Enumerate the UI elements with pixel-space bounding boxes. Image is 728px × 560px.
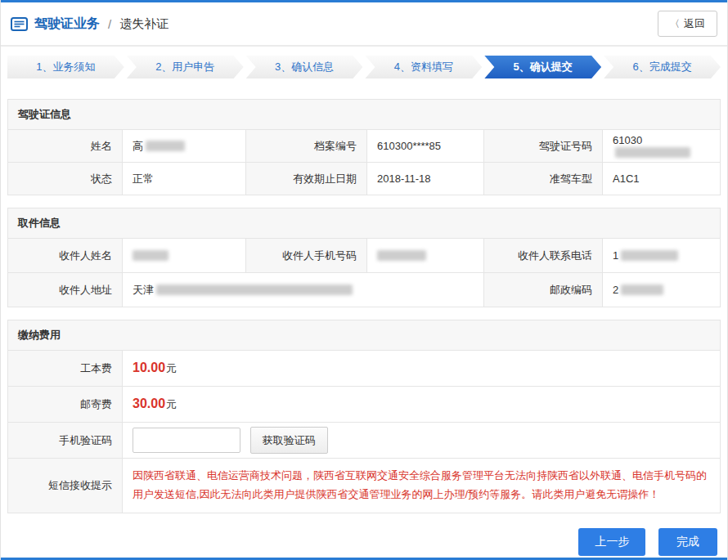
recipient-phone-label: 收件人联系电话 xyxy=(484,239,603,273)
recipient-name-label: 收件人姓名 xyxy=(8,239,123,273)
license-number-label: 驾驶证号码 xyxy=(484,130,603,163)
redacted-text xyxy=(621,250,678,261)
step-3-confirm-info[interactable]: 3、确认信息 xyxy=(246,56,363,78)
sms-notice-cell: 因陕西省联通、电信运营商技术问题，陕西省互联网交通安全综合服务管理平台无法向持陕… xyxy=(123,459,721,513)
redacted-text xyxy=(615,147,690,158)
page-subtitle: 遗失补证 xyxy=(119,16,169,32)
name-label: 姓名 xyxy=(8,130,123,163)
recipient-phone-value: 1 xyxy=(603,239,721,273)
step-4-fill-in-data[interactable]: 4、资料填写 xyxy=(365,56,482,78)
fees-section: 缴纳费用 工本费 10.00元 邮寄费 30.00元 手机验证码 xyxy=(7,320,721,513)
step-1-business-notice[interactable]: 1、业务须知 xyxy=(7,56,124,78)
recipient-name-value xyxy=(123,239,246,273)
page: 驾驶证业务 / 遗失补证 〈 返回 1、业务须知 2、用户申告 3、确认信息 4… xyxy=(0,0,728,560)
postal-code-label: 邮政编码 xyxy=(484,273,603,307)
production-fee-label: 工本费 xyxy=(8,351,123,387)
title-wrap: 驾驶证业务 / 遗失补证 xyxy=(11,16,169,33)
table-row: 姓名 高 档案编号 610300****85 驾驶证号码 61030 xyxy=(8,130,721,163)
recipient-address-value: 天津 xyxy=(123,273,484,307)
table-row: 工本费 10.00元 xyxy=(8,351,721,387)
expiry-date-value: 2018-11-18 xyxy=(367,163,484,195)
expiry-date-label: 有效期止日期 xyxy=(246,163,367,195)
prev-step-button[interactable]: 上一步 xyxy=(578,528,645,556)
fee-unit: 元 xyxy=(166,398,177,410)
get-captcha-button[interactable]: 获取验证码 xyxy=(250,427,328,454)
table-row: 收件人地址 天津 邮政编码 2 xyxy=(8,273,721,307)
step-wizard: 1、业务须知 2、用户申告 3、确认信息 4、资料填写 5、确认提交 6、完成提… xyxy=(1,47,727,87)
name-value: 高 xyxy=(123,130,246,163)
captcha-input[interactable] xyxy=(133,428,240,453)
status-value: 正常 xyxy=(123,163,246,195)
step-2-user-declaration[interactable]: 2、用户申告 xyxy=(127,56,244,78)
step-6-complete-submit[interactable]: 6、完成提交 xyxy=(604,56,721,78)
mailing-fee-value: 30.00元 xyxy=(123,387,721,423)
license-info-section: 驾驶证信息 姓名 高 档案编号 610300****85 驾驶证号码 61030 xyxy=(7,99,721,195)
file-number-value: 610300****85 xyxy=(367,130,484,163)
mailing-fee-label: 邮寄费 xyxy=(8,387,123,423)
vehicle-class-value: A1C1 xyxy=(603,163,721,195)
back-chevron-icon: 〈 xyxy=(670,17,680,31)
sms-notice-label: 短信接收提示 xyxy=(8,459,123,513)
license-info-table: 姓名 高 档案编号 610300****85 驾驶证号码 61030 状态 正常… xyxy=(7,129,721,195)
fee-amount: 10.00 xyxy=(133,361,165,374)
pickup-info-table: 收件人姓名 收件人手机号码 收件人联系电话 1 收件人地址 天津 邮政编码 xyxy=(7,238,721,307)
redacted-text xyxy=(377,250,426,261)
back-button[interactable]: 〈 返回 xyxy=(658,11,717,37)
recipient-mobile-value xyxy=(367,239,484,273)
page-header: 驾驶证业务 / 遗失补证 〈 返回 xyxy=(1,2,727,47)
fees-section-title: 缴纳费用 xyxy=(7,320,721,350)
recipient-address-label: 收件人地址 xyxy=(8,273,123,307)
table-row: 短信接收提示 因陕西省联通、电信运营商技术问题，陕西省互联网交通安全综合服务管理… xyxy=(8,459,721,513)
title-separator: / xyxy=(108,17,111,31)
fee-amount: 30.00 xyxy=(133,396,165,410)
table-row: 手机验证码 获取验证码 xyxy=(8,423,721,459)
redacted-text xyxy=(133,250,169,261)
redacted-text xyxy=(156,284,353,295)
captcha-label: 手机验证码 xyxy=(8,423,123,459)
table-row: 邮寄费 30.00元 xyxy=(8,387,721,423)
status-label: 状态 xyxy=(8,163,123,195)
step-5-confirm-submit[interactable]: 5、确认提交 xyxy=(484,56,601,78)
production-fee-value: 10.00元 xyxy=(123,351,721,387)
license-number-value: 61030 xyxy=(603,130,721,163)
back-button-label: 返回 xyxy=(684,16,705,31)
file-number-label: 档案编号 xyxy=(246,130,367,163)
redacted-text xyxy=(146,141,185,151)
sms-notice-text: 因陕西省联通、电信运营商技术问题，陕西省互联网交通安全综合服务管理平台无法向持陕… xyxy=(133,467,710,504)
recipient-mobile-label: 收件人手机号码 xyxy=(246,239,367,273)
fees-table: 工本费 10.00元 邮寄费 30.00元 手机验证码 获取验证码 短信接收提 xyxy=(7,350,721,513)
captcha-cell: 获取验证码 xyxy=(123,423,721,459)
table-row: 状态 正常 有效期止日期 2018-11-18 准驾车型 A1C1 xyxy=(8,163,721,195)
postal-code-value: 2 xyxy=(603,273,721,307)
vehicle-class-label: 准驾车型 xyxy=(484,163,603,195)
redacted-text xyxy=(621,284,663,295)
license-section-title: 驾驶证信息 xyxy=(7,99,721,129)
footer-actions: 上一步 完成 xyxy=(1,513,727,556)
page-title: 驾驶证业务 xyxy=(34,16,100,33)
pickup-section-title: 取件信息 xyxy=(7,208,721,238)
finish-button[interactable]: 完成 xyxy=(658,528,717,556)
table-row: 收件人姓名 收件人手机号码 收件人联系电话 1 xyxy=(8,239,721,273)
pickup-info-section: 取件信息 收件人姓名 收件人手机号码 收件人联系电话 1 xyxy=(7,208,721,307)
form-list-icon xyxy=(11,17,28,31)
fee-unit: 元 xyxy=(166,362,177,374)
